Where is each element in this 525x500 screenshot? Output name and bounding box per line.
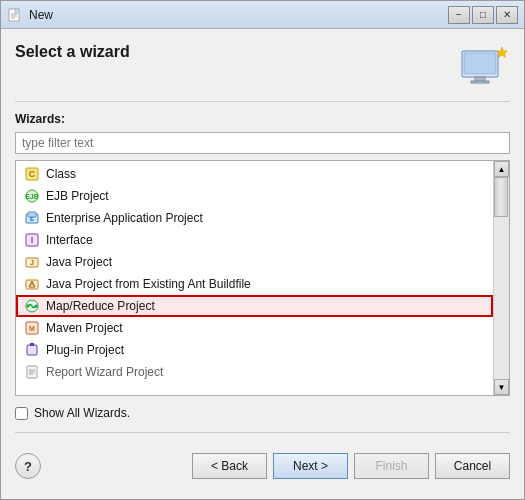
svg-rect-29 [27, 345, 37, 355]
svg-point-26 [35, 305, 38, 308]
ejb-icon: EJB [24, 188, 40, 204]
list-item-label: Report Wizard Project [46, 365, 163, 379]
list-item[interactable]: EJB EJB Project [16, 185, 493, 207]
main-content: Select a wizard Wizards: [1, 29, 524, 499]
cancel-button[interactable]: Cancel [435, 453, 510, 479]
list-item-label: Java Project [46, 255, 112, 269]
show-all-wizards-label[interactable]: Show All Wizards. [34, 406, 130, 420]
list-item[interactable]: J Java Project [16, 251, 493, 273]
button-bar: ? < Back Next > Finish Cancel [15, 445, 510, 485]
window-title: New [29, 8, 448, 22]
java-icon: J [24, 254, 40, 270]
restore-button[interactable]: □ [472, 6, 494, 24]
scroll-thumb[interactable] [494, 177, 508, 217]
close-button[interactable]: ✕ [496, 6, 518, 24]
svg-rect-31 [32, 343, 34, 346]
svg-text:C: C [29, 169, 36, 179]
show-all-wizards-row: Show All Wizards. [15, 406, 510, 420]
window-icon [7, 7, 23, 23]
help-button[interactable]: ? [15, 453, 41, 479]
separator [15, 432, 510, 433]
back-button[interactable]: < Back [192, 453, 267, 479]
wizard-list-container: C Class EJB EJB Project [15, 160, 510, 396]
wizards-label: Wizards: [15, 112, 510, 126]
svg-rect-8 [471, 81, 489, 83]
wizard-list[interactable]: C Class EJB EJB Project [16, 161, 493, 395]
finish-button[interactable]: Finish [354, 453, 429, 479]
list-item-label: Interface [46, 233, 93, 247]
mapreduce-icon [24, 298, 40, 314]
maven-icon: M [24, 320, 40, 336]
svg-rect-7 [475, 77, 485, 81]
header-section: Select a wizard [15, 43, 510, 102]
list-item-label: Plug-in Project [46, 343, 124, 357]
svg-rect-6 [464, 53, 496, 74]
scrollbar[interactable]: ▲ ▼ [493, 161, 509, 395]
svg-rect-1 [15, 9, 19, 13]
svg-point-25 [27, 305, 30, 308]
scroll-up-button[interactable]: ▲ [494, 161, 509, 177]
list-item[interactable]: A Java Project from Existing Ant Buildfi… [16, 273, 493, 295]
java-ant-icon: A [24, 276, 40, 292]
svg-text:M: M [29, 325, 35, 332]
list-item-label: Map/Reduce Project [46, 299, 155, 313]
list-item-label: Class [46, 167, 76, 181]
report-icon [24, 364, 40, 380]
plugin-icon [24, 342, 40, 358]
list-item-label: EJB Project [46, 189, 109, 203]
svg-rect-30 [30, 343, 32, 346]
wizards-section: Wizards: C Class [15, 112, 510, 396]
list-item[interactable]: Plug-in Project [16, 339, 493, 361]
enterprise-icon: E [24, 210, 40, 226]
list-item-label: Enterprise Application Project [46, 211, 203, 225]
svg-text:I: I [31, 235, 34, 245]
show-all-wizards-checkbox[interactable] [15, 407, 28, 420]
list-item-label: Maven Project [46, 321, 123, 335]
scroll-track[interactable] [494, 177, 509, 379]
minimize-button[interactable]: − [448, 6, 470, 24]
page-title: Select a wizard [15, 43, 130, 61]
next-button[interactable]: Next > [273, 453, 348, 479]
interface-icon: I [24, 232, 40, 248]
list-item[interactable]: Report Wizard Project [16, 361, 493, 383]
svg-text:EJB: EJB [25, 193, 39, 200]
list-item-mapreduce[interactable]: Map/Reduce Project [16, 295, 493, 317]
list-item-label: Java Project from Existing Ant Buildfile [46, 277, 251, 291]
class-icon: C [24, 166, 40, 182]
scroll-down-button[interactable]: ▼ [494, 379, 509, 395]
wizard-header-icon [458, 43, 510, 91]
svg-text:E: E [30, 216, 34, 222]
filter-input[interactable] [15, 132, 510, 154]
list-item[interactable]: M Maven Project [16, 317, 493, 339]
list-item[interactable]: I Interface [16, 229, 493, 251]
window-controls: − □ ✕ [448, 6, 518, 24]
list-item[interactable]: E Enterprise Application Project [16, 207, 493, 229]
list-item[interactable]: C Class [16, 163, 493, 185]
svg-text:J: J [30, 259, 34, 266]
new-wizard-window: New − □ ✕ Select a wizard [0, 0, 525, 500]
title-bar: New − □ ✕ [1, 1, 524, 29]
